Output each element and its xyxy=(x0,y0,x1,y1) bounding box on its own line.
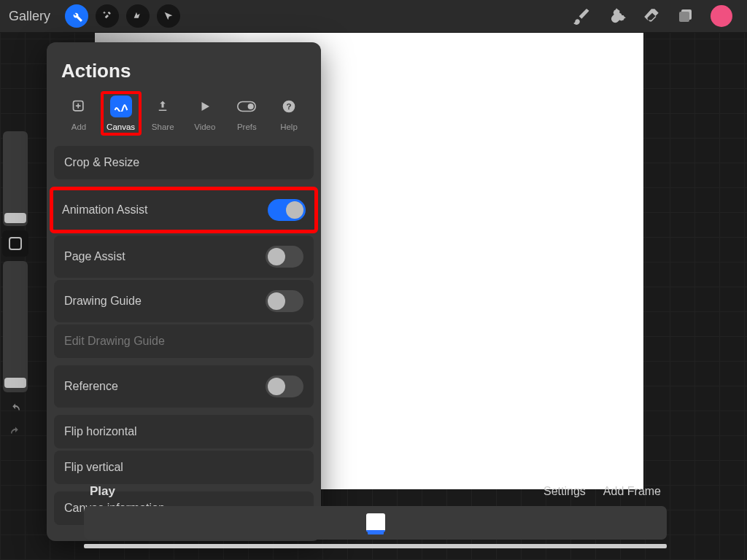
svg-text:?: ? xyxy=(286,101,291,111)
help-icon: ? xyxy=(278,96,300,117)
row-reference[interactable]: Reference xyxy=(54,365,314,408)
magic-wand-icon[interactable] xyxy=(96,4,119,28)
animation-timeline: Play Settings Add Frame xyxy=(84,480,667,548)
pointer-icon[interactable] xyxy=(157,4,180,28)
row-page-assist[interactable]: Page Assist xyxy=(54,236,314,278)
eraser-icon[interactable] xyxy=(642,7,661,26)
toolbar-left-group: Gallery xyxy=(9,4,180,28)
tab-label: Share xyxy=(152,122,174,131)
wrench-icon[interactable] xyxy=(65,4,88,28)
canvas-icon xyxy=(110,96,132,117)
tab-share[interactable]: Share xyxy=(142,96,183,131)
smudge-icon[interactable] xyxy=(607,7,626,26)
add-icon xyxy=(68,96,90,117)
gallery-button[interactable]: Gallery xyxy=(9,9,50,24)
row-drawing-guide[interactable]: Drawing Guide xyxy=(54,280,314,322)
timeline-track[interactable] xyxy=(84,506,667,540)
selection-icon[interactable] xyxy=(126,4,150,28)
layers-icon[interactable] xyxy=(677,7,694,25)
row-label: Page Assist xyxy=(64,250,125,263)
toggle-reference[interactable] xyxy=(266,376,303,397)
actions-panel: Actions Add Canvas Share Video Prefs ? H… xyxy=(47,42,321,541)
redo-icon[interactable] xyxy=(7,426,23,439)
undo-icon[interactable] xyxy=(7,402,23,416)
timeline-frame[interactable] xyxy=(366,513,385,532)
tab-label: Add xyxy=(71,122,86,131)
toggle-animation-assist[interactable] xyxy=(268,199,306,221)
color-picker[interactable] xyxy=(711,5,732,27)
toggle-page-assist[interactable] xyxy=(266,246,303,268)
prefs-toggle-icon xyxy=(236,96,258,117)
brush-size-slider[interactable] xyxy=(3,131,28,226)
opacity-slider[interactable] xyxy=(3,261,28,392)
tab-label: Help xyxy=(280,122,298,131)
share-icon xyxy=(152,96,174,117)
row-label: Drawing Guide xyxy=(64,295,142,308)
tab-canvas[interactable]: Canvas xyxy=(101,91,142,136)
row-label: Animation Assist xyxy=(62,203,147,217)
row-label: Reference xyxy=(64,380,118,393)
panel-tabs: Add Canvas Share Video Prefs ? Help xyxy=(47,96,321,146)
timeline-settings-button[interactable]: Settings xyxy=(543,485,586,498)
slider-thumb[interactable] xyxy=(4,213,26,223)
timeline-header: Play Settings Add Frame xyxy=(84,480,667,506)
play-icon xyxy=(194,96,216,117)
tab-help[interactable]: ? Help xyxy=(268,96,309,131)
modifier-button[interactable] xyxy=(2,230,28,257)
row-crop-resize[interactable]: Crop & Resize xyxy=(54,146,314,179)
svg-point-6 xyxy=(248,104,254,109)
toggle-drawing-guide[interactable] xyxy=(266,290,303,312)
row-edit-drawing-guide: Edit Drawing Guide xyxy=(54,324,314,358)
tab-add[interactable]: Add xyxy=(58,96,99,131)
add-frame-button[interactable]: Add Frame xyxy=(603,485,661,498)
tab-label: Video xyxy=(194,122,215,131)
tab-label: Canvas xyxy=(107,122,135,131)
tab-prefs[interactable]: Prefs xyxy=(226,96,267,131)
timeline-scrollbar[interactable] xyxy=(84,544,667,548)
play-button[interactable]: Play xyxy=(90,484,115,499)
row-flip-horizontal[interactable]: Flip horizontal xyxy=(54,415,314,448)
tab-video[interactable]: Video xyxy=(185,96,225,131)
slider-thumb[interactable] xyxy=(4,378,26,388)
panel-title: Actions xyxy=(47,57,321,96)
left-sidebar xyxy=(2,131,28,439)
toolbar-right-group xyxy=(572,5,738,27)
brush-icon[interactable] xyxy=(572,7,591,26)
tab-label: Prefs xyxy=(237,122,257,131)
svg-rect-1 xyxy=(679,12,689,22)
top-toolbar: Gallery xyxy=(0,0,747,33)
row-animation-assist[interactable]: Animation Assist xyxy=(50,187,318,233)
